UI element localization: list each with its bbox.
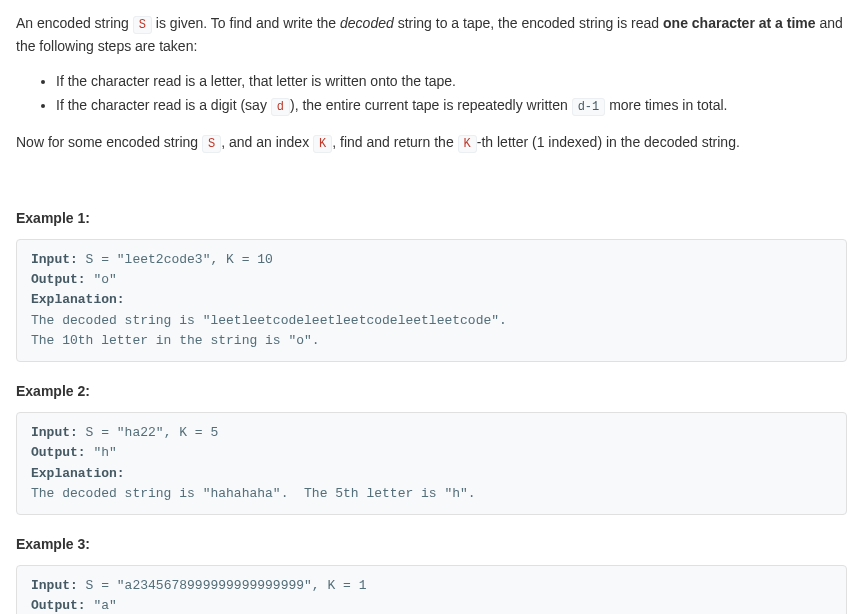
text: Now for some encoded string <box>16 134 202 150</box>
explanation-label: Explanation: <box>31 466 125 481</box>
intro-paragraph-2: Now for some encoded string S, and an in… <box>16 131 847 154</box>
output-label: Output: <box>31 272 86 287</box>
text: , and an index <box>221 134 313 150</box>
example-block-1: Example 1: Input: S = "leet2code3", K = … <box>16 207 847 362</box>
decoded-em: decoded <box>340 15 394 31</box>
text: more times in total. <box>605 97 727 113</box>
code-d: d <box>271 98 290 116</box>
explanation-text: The decoded string is "hahahaha". The 5t… <box>31 486 476 501</box>
explanation-text: The decoded string is "leetleetcodeleetl… <box>31 313 507 348</box>
code-k: K <box>313 135 332 153</box>
input-label: Input: <box>31 425 78 440</box>
input-label: Input: <box>31 578 78 593</box>
text: string to a tape, the encoded string is … <box>394 15 663 31</box>
text: An encoded string <box>16 15 133 31</box>
code-s: S <box>202 135 221 153</box>
output-label: Output: <box>31 598 86 613</box>
example-block-2: Example 2: Input: S = "ha22", K = 5 Outp… <box>16 380 847 515</box>
output-label: Output: <box>31 445 86 460</box>
input-text: S = "ha22", K = 5 <box>78 425 218 440</box>
rule-1: If the character read is a letter, that … <box>56 70 847 92</box>
rule-2: If the character read is a digit (say d)… <box>56 94 847 117</box>
output-text: "o" <box>86 272 117 287</box>
code-s: S <box>133 16 152 34</box>
input-text: S = "leet2code3", K = 10 <box>78 252 273 267</box>
intro-paragraph-1: An encoded string S is given. To find an… <box>16 12 847 58</box>
example-heading: Example 1: <box>16 207 847 229</box>
text: is given. To find and write the <box>152 15 340 31</box>
example-code: Input: S = "a2345678999999999999999", K … <box>16 565 847 614</box>
output-text: "a" <box>86 598 117 613</box>
example-block-3: Example 3: Input: S = "a2345678999999999… <box>16 533 847 614</box>
explanation-label: Explanation: <box>31 292 125 307</box>
example-heading: Example 3: <box>16 533 847 555</box>
example-heading: Example 2: <box>16 380 847 402</box>
output-text: "h" <box>86 445 117 460</box>
rules-list: If the character read is a letter, that … <box>16 70 847 118</box>
text: , find and return the <box>332 134 457 150</box>
text: ), the entire current tape is repeatedly… <box>290 97 572 113</box>
example-code: Input: S = "leet2code3", K = 10 Output: … <box>16 239 847 362</box>
example-code: Input: S = "ha22", K = 5 Output: "h" Exp… <box>16 412 847 515</box>
text: -th letter (1 indexed) in the decoded st… <box>477 134 740 150</box>
text: If the character read is a digit (say <box>56 97 271 113</box>
code-k: K <box>458 135 477 153</box>
one-char-strong: one character at a time <box>663 15 816 31</box>
code-d-minus-1: d-1 <box>572 98 606 116</box>
input-label: Input: <box>31 252 78 267</box>
input-text: S = "a2345678999999999999999", K = 1 <box>78 578 367 593</box>
